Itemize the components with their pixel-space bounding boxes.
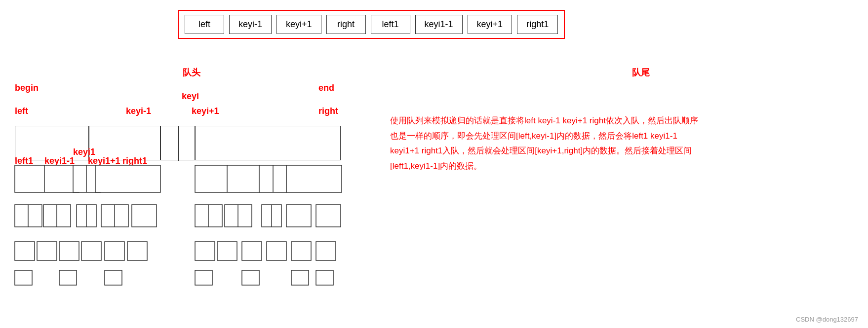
svg-rect-45 — [316, 270, 333, 285]
keyi-minus-label: keyi-1 — [126, 106, 151, 116]
svg-rect-34 — [217, 242, 237, 260]
svg-rect-33 — [195, 242, 215, 260]
svg-rect-31 — [105, 242, 124, 260]
svg-rect-29 — [59, 242, 79, 260]
svg-rect-26 — [316, 205, 341, 227]
svg-rect-28 — [37, 242, 57, 260]
queue-cell-right1: right1 — [517, 15, 558, 34]
end-label: end — [318, 83, 334, 93]
queue-tail-label: 队尾 — [632, 67, 650, 78]
svg-rect-5 — [195, 165, 259, 192]
svg-rect-2 — [73, 165, 100, 192]
queue-cell-keyi-minus: keyi-1 — [229, 15, 272, 34]
right1-label: right1 — [122, 156, 147, 166]
right-label: right — [318, 106, 338, 116]
queue-cell-right: right — [326, 15, 366, 34]
svg-rect-37 — [291, 242, 311, 260]
svg-rect-9 — [286, 165, 342, 192]
svg-rect-27 — [15, 242, 35, 260]
svg-rect-10 — [15, 205, 42, 227]
keyi-plus-label: keyi+1 — [192, 106, 219, 116]
svg-rect-40 — [59, 270, 77, 285]
svg-rect-4 — [95, 165, 160, 192]
queue-cell-left1: left1 — [371, 15, 410, 34]
svg-rect-16 — [101, 205, 128, 227]
left1-label: left1 — [15, 156, 33, 166]
svg-rect-38 — [316, 242, 336, 260]
svg-rect-14 — [77, 205, 96, 227]
keyi-center-box — [160, 126, 195, 160]
keyi-inner-divider — [178, 126, 179, 161]
svg-rect-0 — [15, 165, 79, 192]
svg-rect-7 — [259, 165, 286, 192]
svg-rect-21 — [225, 205, 252, 227]
svg-rect-32 — [127, 242, 147, 260]
svg-rect-36 — [267, 242, 286, 260]
left-label: left — [15, 106, 28, 116]
svg-rect-35 — [242, 242, 262, 260]
keyi-label: keyi — [182, 91, 199, 102]
keyi1-plus-label: keyi1+1 — [88, 156, 120, 166]
svg-rect-30 — [81, 242, 101, 260]
queue-cell-left: left — [185, 15, 224, 34]
queue-cell-keyi1-minus: keyi1-1 — [415, 15, 463, 34]
watermark: CSDN @dong132697 — [796, 316, 858, 323]
queue-cell-keyi-plus: keyi+1 — [276, 15, 321, 34]
svg-rect-42 — [195, 270, 212, 285]
svg-rect-19 — [195, 205, 222, 227]
queue-display: left keyi-1 keyi+1 right left1 keyi1-1 k… — [178, 10, 565, 39]
queue-cell-keyi1-plus: keyi+1 — [468, 15, 513, 34]
queue-head-label: 队头 — [183, 67, 200, 78]
svg-rect-12 — [43, 205, 71, 227]
begin-label: begin — [15, 83, 39, 93]
main-right-box — [195, 126, 341, 160]
svg-rect-41 — [105, 270, 122, 285]
svg-rect-23 — [262, 205, 281, 227]
description-text: 使用队列来模拟递归的话就是直接将left keyi-1 keyi+1 right… — [390, 113, 706, 174]
keyi1-minus-label: keyi1-1 — [44, 156, 75, 166]
svg-rect-39 — [15, 270, 32, 285]
svg-rect-25 — [286, 205, 311, 227]
svg-rect-18 — [132, 205, 157, 227]
svg-rect-43 — [242, 270, 259, 285]
svg-rect-44 — [291, 270, 309, 285]
